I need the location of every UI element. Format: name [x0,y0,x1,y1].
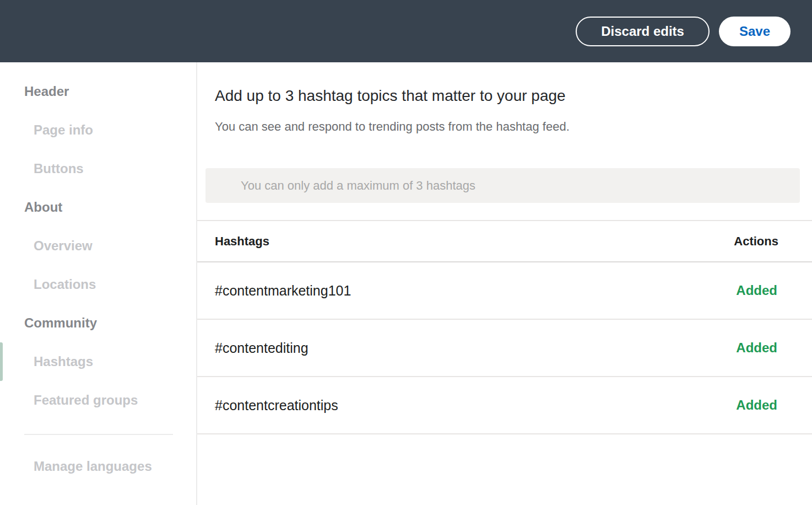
sidebar-nav: Header Page info Buttons About Overview … [0,72,196,420]
hashtag-name: #contentcreationtips [215,397,338,413]
sidebar-item-about[interactable]: About [0,188,196,227]
column-header-actions: Actions [734,234,778,249]
sidebar-item-featured-groups[interactable]: Featured groups [0,381,196,420]
hashtags-panel: Add up to 3 hashtag topics that matter t… [197,62,812,505]
hashtags-table-header: Hashtags Actions [197,221,812,262]
discard-edits-button[interactable]: Discard edits [576,17,710,46]
sidebar-item-hashtags[interactable]: Hashtags [0,342,196,381]
sidebar-item-locations[interactable]: Locations [0,265,196,304]
sidebar: Header Page info Buttons About Overview … [0,62,197,505]
page-subtitle: You can see and respond to trending post… [215,120,812,134]
sidebar-item-community[interactable]: Community [0,304,196,342]
hashtag-input[interactable] [205,168,800,203]
status-badge: Added [736,397,777,413]
table-row: #contentmarketing101 Added [197,262,812,320]
sidebar-item-manage-languages[interactable]: Manage languages [0,447,196,486]
sidebar-item-buttons[interactable]: Buttons [0,149,196,188]
sidebar-item-header[interactable]: Header [0,72,196,111]
sidebar-divider [24,434,173,435]
status-badge: Added [736,283,777,298]
sidebar-item-page-info[interactable]: Page info [0,111,196,149]
save-button[interactable]: Save [719,17,791,46]
column-header-hashtags: Hashtags [215,234,269,249]
sidebar-item-overview[interactable]: Overview [0,227,196,265]
hashtag-name: #contentmarketing101 [215,283,351,299]
page-title: Add up to 3 hashtag topics that matter t… [215,87,812,105]
table-row: #contentediting Added [197,320,812,377]
status-badge: Added [736,340,777,356]
hashtag-name: #contentediting [215,340,308,356]
table-row: #contentcreationtips Added [197,377,812,434]
topbar: Discard edits Save [0,0,812,62]
page-body: Header Page info Buttons About Overview … [0,62,812,505]
